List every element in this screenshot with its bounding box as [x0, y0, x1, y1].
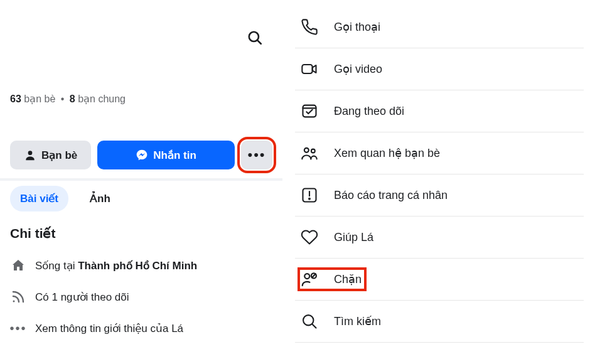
home-icon [10, 257, 26, 274]
rss-icon [10, 289, 26, 305]
friends-button-label: Bạn bè [41, 149, 77, 162]
search-icon [299, 311, 320, 332]
block-icon [299, 269, 320, 290]
friend-label: bạn bè [24, 94, 55, 104]
detail-followers[interactable]: Có 1 người theo dõi [10, 281, 272, 313]
profile-overflow-menu: Gọi thoại Gọi video Đang theo dõi Xem qu… [295, 6, 584, 343]
messenger-icon [136, 149, 148, 161]
detail-followers-text: Có 1 người theo dõi [35, 291, 129, 304]
tab-photos[interactable]: Ảnh [80, 186, 121, 211]
menu-search-label: Tìm kiếm [334, 314, 381, 328]
details-section-title: Chi tiết [10, 226, 55, 241]
detail-list: Sống tại Thành phố Hồ Chí Minh Có 1 ngườ… [10, 250, 272, 344]
search-icon [247, 29, 263, 46]
friend-count: 63 [10, 94, 21, 104]
message-button[interactable]: Nhắn tin [97, 141, 235, 169]
heart-icon [299, 227, 320, 248]
phone-icon [299, 16, 320, 38]
menu-video-call[interactable]: Gọi video [295, 48, 584, 90]
menu-voice-call-label: Gọi thoại [334, 20, 380, 34]
more-options-button[interactable]: ••• [241, 141, 272, 169]
menu-see-friendship[interactable]: Xem quan hệ bạn bè [295, 132, 584, 174]
friends-button[interactable]: Bạn bè [10, 141, 91, 169]
report-icon [299, 185, 320, 206]
svg-rect-4 [302, 65, 312, 73]
menu-see-friendship-label: Xem quan hệ bạn bè [334, 146, 440, 160]
detail-see-about-text: Xem thông tin giới thiệu của Lá [35, 322, 183, 335]
svg-point-10 [309, 198, 310, 200]
mutual-count: 8 [70, 94, 75, 104]
menu-voice-call[interactable]: Gọi thoại [295, 6, 584, 48]
menu-following-label: Đang theo dõi [334, 105, 404, 118]
menu-block[interactable]: Chặn [295, 259, 584, 301]
menu-help[interactable]: Giúp Lá [295, 217, 584, 259]
person-icon [24, 149, 36, 161]
profile-action-row: Bạn bè Nhắn tin ••• [10, 141, 272, 169]
message-button-label: Nhắn tin [153, 149, 196, 162]
menu-search[interactable]: Tìm kiếm [295, 301, 584, 343]
friend-stats[interactable]: 63 bạn bè • 8 bạn chung [10, 93, 126, 105]
svg-line-15 [313, 324, 316, 328]
people-icon [299, 142, 320, 164]
profile-tabs: Bài viết Ảnh [10, 186, 121, 211]
menu-report-profile-label: Báo cáo trang cá nhân [334, 189, 448, 202]
video-icon [299, 58, 320, 80]
svg-point-6 [304, 148, 309, 153]
following-icon [299, 100, 320, 122]
svg-rect-5 [303, 105, 316, 117]
svg-point-11 [304, 274, 309, 279]
header-search-button[interactable] [244, 26, 266, 49]
svg-line-1 [257, 40, 260, 43]
ellipsis-icon: ••• [247, 147, 266, 163]
detail-see-about[interactable]: ••• Xem thông tin giới thiệu của Lá [10, 313, 272, 344]
menu-help-label: Giúp Lá [334, 231, 373, 244]
detail-lives-in-text: Sống tại Thành phố Hồ Chí Minh [35, 259, 197, 272]
section-divider [0, 178, 282, 181]
stats-separator: • [61, 94, 65, 104]
ellipsis-icon: ••• [10, 320, 26, 336]
tab-posts[interactable]: Bài viết [10, 186, 68, 211]
svg-line-13 [312, 274, 316, 278]
svg-point-2 [28, 151, 33, 155]
detail-lives-in[interactable]: Sống tại Thành phố Hồ Chí Minh [10, 250, 272, 281]
menu-video-call-label: Gọi video [334, 62, 382, 76]
menu-following[interactable]: Đang theo dõi [295, 90, 584, 132]
svg-point-7 [311, 149, 315, 153]
mutual-label: bạn chung [78, 94, 126, 104]
menu-block-label: Chặn [334, 272, 362, 286]
svg-point-3 [13, 301, 15, 302]
menu-report-profile[interactable]: Báo cáo trang cá nhân [295, 174, 584, 217]
